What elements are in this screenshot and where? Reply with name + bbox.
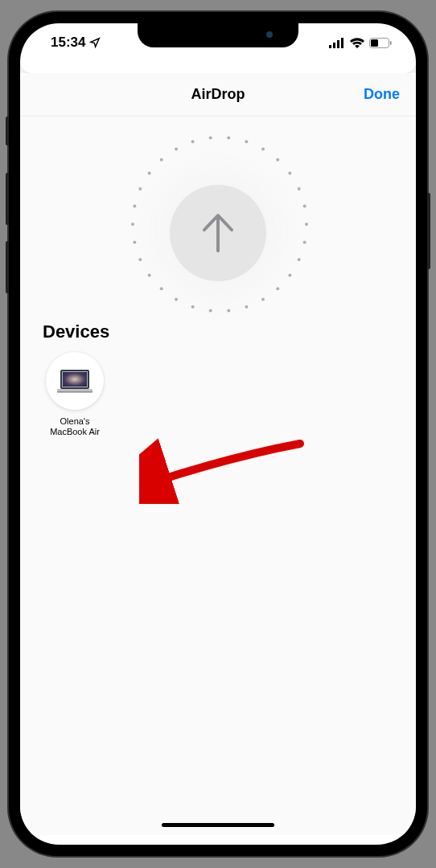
svg-rect-6	[390, 41, 392, 45]
device-avatar	[46, 352, 104, 410]
location-icon	[89, 37, 101, 48]
done-button[interactable]: Done	[364, 86, 400, 103]
notch	[138, 23, 298, 47]
sheet-title: AirDrop	[191, 86, 245, 103]
volume-up-button	[6, 173, 9, 225]
airdrop-searching-animation	[20, 117, 416, 321]
svg-rect-3	[341, 38, 343, 48]
wifi-icon	[350, 38, 364, 48]
svg-rect-11	[57, 391, 93, 393]
battery-icon	[369, 38, 392, 48]
airdrop-sheet[interactable]: AirDrop Done Devices	[20, 73, 416, 835]
status-left: 15:34	[51, 35, 101, 51]
phone-frame: 15:34 AirDrop Done	[9, 12, 427, 856]
device-label: Olena's MacBook Air	[50, 416, 100, 437]
svg-rect-5	[371, 39, 378, 47]
home-indicator[interactable]	[162, 823, 274, 827]
screen: 15:34 AirDrop Done	[20, 23, 416, 845]
macbook-icon	[56, 368, 94, 394]
mute-switch	[6, 117, 9, 145]
status-right	[329, 38, 392, 48]
device-item-macbook[interactable]: Olena's MacBook Air	[43, 352, 107, 437]
svg-rect-9	[63, 372, 87, 387]
svg-rect-0	[329, 45, 331, 48]
cellular-icon	[329, 38, 345, 48]
volume-down-button	[6, 241, 9, 293]
searching-dot-ring	[130, 134, 306, 311]
sheet-backdrop: AirDrop Done Devices	[20, 62, 416, 845]
svg-rect-2	[337, 40, 339, 48]
status-time: 15:34	[51, 35, 85, 51]
devices-row: Olena's MacBook Air	[20, 352, 416, 437]
svg-rect-1	[333, 43, 335, 48]
side-button	[427, 193, 430, 269]
devices-section-title: Devices	[20, 321, 416, 352]
background-card-edge	[20, 62, 416, 73]
sheet-header: AirDrop Done	[20, 73, 416, 117]
